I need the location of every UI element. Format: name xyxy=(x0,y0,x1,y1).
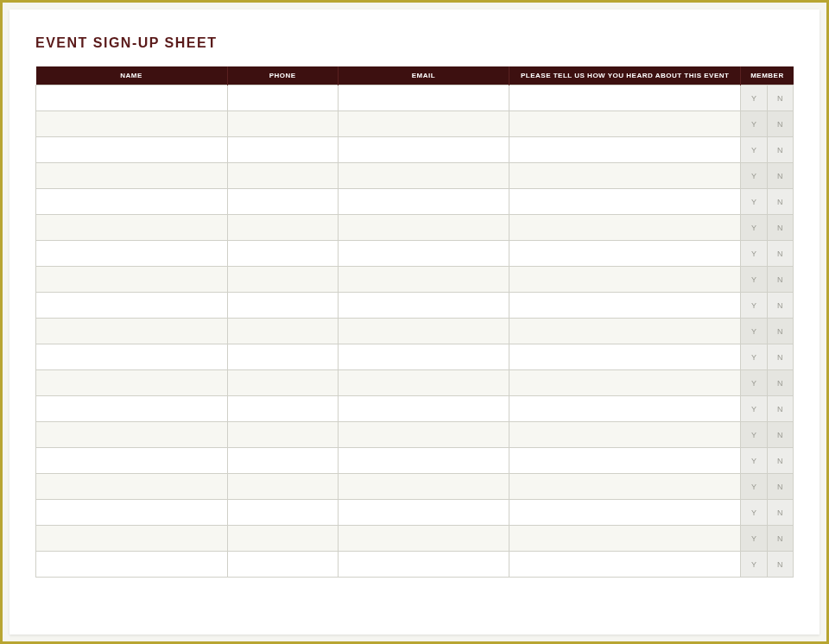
cell-member-no[interactable]: N xyxy=(767,111,793,137)
cell-member-no[interactable]: N xyxy=(767,396,793,422)
cell-phone[interactable] xyxy=(227,163,338,189)
cell-name[interactable] xyxy=(36,500,228,526)
cell-name[interactable] xyxy=(36,85,228,111)
cell-phone[interactable] xyxy=(227,293,338,319)
cell-member-yes[interactable]: Y xyxy=(741,319,767,344)
cell-name[interactable] xyxy=(36,137,228,163)
cell-member-yes[interactable]: Y xyxy=(741,111,767,137)
cell-phone[interactable] xyxy=(227,500,338,526)
cell-name[interactable] xyxy=(36,163,228,189)
cell-member-no[interactable]: N xyxy=(767,319,793,344)
cell-member-yes[interactable]: Y xyxy=(741,189,767,215)
cell-email[interactable] xyxy=(338,526,509,552)
cell-email[interactable] xyxy=(338,267,509,293)
cell-phone[interactable] xyxy=(227,526,338,552)
cell-heard[interactable] xyxy=(509,163,741,189)
cell-phone[interactable] xyxy=(227,215,338,241)
cell-heard[interactable] xyxy=(509,422,741,448)
cell-name[interactable] xyxy=(36,293,228,319)
cell-member-yes[interactable]: Y xyxy=(741,267,767,293)
cell-heard[interactable] xyxy=(509,293,741,319)
cell-phone[interactable] xyxy=(227,396,338,422)
cell-member-no[interactable]: N xyxy=(767,344,793,370)
cell-member-yes[interactable]: Y xyxy=(741,344,767,370)
cell-member-no[interactable]: N xyxy=(767,500,793,526)
cell-heard[interactable] xyxy=(509,474,741,500)
cell-member-yes[interactable]: Y xyxy=(741,85,767,111)
cell-member-no[interactable]: N xyxy=(767,422,793,448)
cell-member-yes[interactable]: Y xyxy=(741,241,767,267)
cell-heard[interactable] xyxy=(509,111,741,137)
cell-member-yes[interactable]: Y xyxy=(741,293,767,319)
cell-member-no[interactable]: N xyxy=(767,189,793,215)
cell-email[interactable] xyxy=(338,111,509,137)
cell-member-yes[interactable]: Y xyxy=(741,422,767,448)
cell-phone[interactable] xyxy=(227,85,338,111)
cell-phone[interactable] xyxy=(227,344,338,370)
cell-email[interactable] xyxy=(338,319,509,344)
cell-phone[interactable] xyxy=(227,189,338,215)
cell-phone[interactable] xyxy=(227,448,338,474)
cell-name[interactable] xyxy=(36,370,228,396)
cell-member-no[interactable]: N xyxy=(767,552,793,578)
cell-phone[interactable] xyxy=(227,267,338,293)
cell-member-yes[interactable]: Y xyxy=(741,500,767,526)
cell-email[interactable] xyxy=(338,215,509,241)
cell-member-no[interactable]: N xyxy=(767,370,793,396)
cell-name[interactable] xyxy=(36,241,228,267)
cell-heard[interactable] xyxy=(509,319,741,344)
cell-email[interactable] xyxy=(338,189,509,215)
cell-heard[interactable] xyxy=(509,85,741,111)
cell-email[interactable] xyxy=(338,137,509,163)
cell-heard[interactable] xyxy=(509,137,741,163)
cell-email[interactable] xyxy=(338,552,509,578)
cell-name[interactable] xyxy=(36,267,228,293)
cell-member-no[interactable]: N xyxy=(767,215,793,241)
cell-member-yes[interactable]: Y xyxy=(741,215,767,241)
cell-heard[interactable] xyxy=(509,526,741,552)
cell-heard[interactable] xyxy=(509,500,741,526)
cell-email[interactable] xyxy=(338,396,509,422)
cell-member-no[interactable]: N xyxy=(767,241,793,267)
cell-member-yes[interactable]: Y xyxy=(741,396,767,422)
cell-member-yes[interactable]: Y xyxy=(741,448,767,474)
cell-phone[interactable] xyxy=(227,552,338,578)
cell-heard[interactable] xyxy=(509,448,741,474)
cell-member-no[interactable]: N xyxy=(767,163,793,189)
cell-name[interactable] xyxy=(36,189,228,215)
cell-email[interactable] xyxy=(338,448,509,474)
cell-email[interactable] xyxy=(338,344,509,370)
cell-member-yes[interactable]: Y xyxy=(741,552,767,578)
cell-name[interactable] xyxy=(36,448,228,474)
cell-name[interactable] xyxy=(36,526,228,552)
cell-heard[interactable] xyxy=(509,370,741,396)
cell-name[interactable] xyxy=(36,552,228,578)
cell-member-yes[interactable]: Y xyxy=(741,526,767,552)
cell-heard[interactable] xyxy=(509,241,741,267)
cell-email[interactable] xyxy=(338,163,509,189)
cell-member-yes[interactable]: Y xyxy=(741,370,767,396)
cell-phone[interactable] xyxy=(227,111,338,137)
cell-name[interactable] xyxy=(36,474,228,500)
cell-member-no[interactable]: N xyxy=(767,526,793,552)
cell-email[interactable] xyxy=(338,474,509,500)
cell-phone[interactable] xyxy=(227,370,338,396)
cell-email[interactable] xyxy=(338,85,509,111)
cell-email[interactable] xyxy=(338,370,509,396)
cell-phone[interactable] xyxy=(227,474,338,500)
cell-member-yes[interactable]: Y xyxy=(741,137,767,163)
cell-member-no[interactable]: N xyxy=(767,448,793,474)
cell-member-no[interactable]: N xyxy=(767,267,793,293)
cell-heard[interactable] xyxy=(509,344,741,370)
cell-heard[interactable] xyxy=(509,267,741,293)
cell-phone[interactable] xyxy=(227,422,338,448)
cell-member-no[interactable]: N xyxy=(767,137,793,163)
cell-member-no[interactable]: N xyxy=(767,85,793,111)
cell-name[interactable] xyxy=(36,111,228,137)
cell-email[interactable] xyxy=(338,422,509,448)
cell-member-yes[interactable]: Y xyxy=(741,163,767,189)
cell-heard[interactable] xyxy=(509,215,741,241)
cell-email[interactable] xyxy=(338,500,509,526)
cell-heard[interactable] xyxy=(509,189,741,215)
cell-email[interactable] xyxy=(338,293,509,319)
